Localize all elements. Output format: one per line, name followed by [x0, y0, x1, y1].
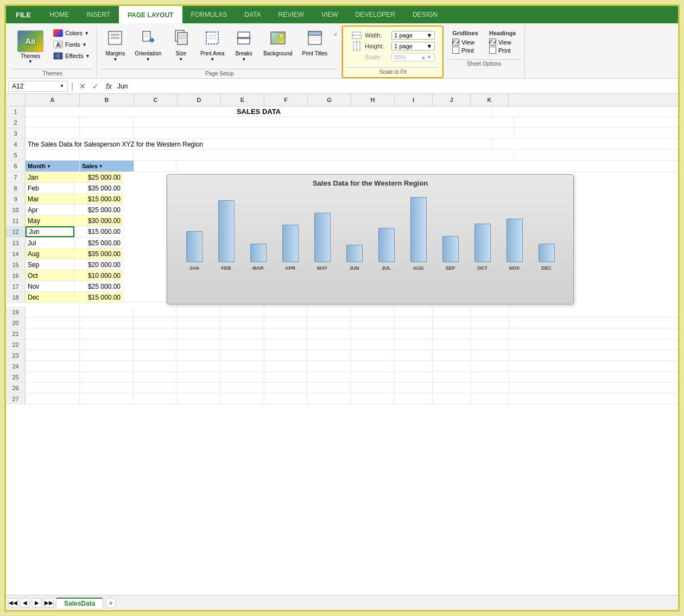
- nav-next-sheet[interactable]: ▶: [32, 598, 42, 608]
- tab-review[interactable]: REVIEW: [270, 6, 313, 23]
- cell-i27[interactable]: [395, 393, 433, 404]
- cell-c20[interactable]: [134, 317, 178, 328]
- cell-b26[interactable]: [80, 383, 134, 393]
- cell-e19[interactable]: [221, 307, 264, 317]
- cell-h23[interactable]: [351, 350, 395, 360]
- row-num-23[interactable]: 23: [6, 350, 26, 360]
- col-header-h[interactable]: H: [351, 94, 395, 106]
- fonts-button[interactable]: A Fonts ▼: [50, 39, 92, 50]
- cell-e27[interactable]: [221, 393, 264, 404]
- col-header-d[interactable]: D: [178, 94, 221, 106]
- cell-g21[interactable]: [308, 328, 351, 339]
- cell-b14[interactable]: $35 000.00: [74, 249, 123, 259]
- cell-b25[interactable]: [80, 372, 134, 382]
- chart[interactable]: Sales Data for the Western Region JANFEB…: [167, 174, 574, 304]
- row-num-3[interactable]: 3: [6, 128, 26, 138]
- cell-h26[interactable]: [351, 383, 395, 393]
- cell-k25[interactable]: [471, 372, 509, 382]
- tab-insert[interactable]: INSERT: [78, 6, 119, 23]
- cell-d25[interactable]: [178, 372, 221, 382]
- cell-e25[interactable]: [221, 372, 264, 382]
- cell-g26[interactable]: [308, 383, 351, 393]
- row-num-19[interactable]: 19: [6, 307, 26, 317]
- row-num-11[interactable]: 11: [6, 215, 26, 226]
- row-num-22[interactable]: 22: [6, 339, 26, 350]
- effects-button[interactable]: Effects ▼: [50, 50, 92, 61]
- row-num-8[interactable]: 8: [6, 183, 26, 193]
- col-header-g[interactable]: G: [308, 94, 351, 106]
- sales-filter-arrow[interactable]: ▼: [99, 164, 103, 169]
- cell-h22[interactable]: [351, 339, 395, 350]
- cell-a15[interactable]: Sep: [26, 259, 74, 270]
- cell-b13[interactable]: $25 000.00: [74, 238, 123, 248]
- cell-f24[interactable]: [264, 361, 308, 371]
- cell-b3[interactable]: [80, 128, 134, 138]
- cell-e24[interactable]: [221, 361, 264, 371]
- row-num-5[interactable]: 5: [6, 150, 26, 160]
- print-titles-button[interactable]: Print Titles: [299, 28, 332, 59]
- cell-b5[interactable]: [80, 150, 134, 160]
- row-num-13[interactable]: 13: [6, 238, 26, 248]
- background-button[interactable]: Background: [259, 28, 296, 59]
- cell-a6[interactable]: Month ▼: [26, 161, 80, 172]
- cell-j27[interactable]: [433, 393, 471, 404]
- month-filter-arrow[interactable]: ▼: [47, 164, 51, 169]
- cell-c21[interactable]: [134, 328, 178, 339]
- cell-g22[interactable]: [308, 339, 351, 350]
- cell-j19[interactable]: [433, 307, 471, 317]
- row-num-26[interactable]: 26: [6, 383, 26, 393]
- cell-d20[interactable]: [178, 317, 221, 328]
- cell-f26[interactable]: [264, 383, 308, 393]
- cell-a8[interactable]: Feb: [26, 183, 74, 193]
- cell-a22[interactable]: [26, 339, 80, 350]
- cell-a18[interactable]: Dec: [26, 292, 74, 302]
- cell-j26[interactable]: [433, 383, 471, 393]
- cell-b9[interactable]: $15 000.00: [74, 194, 123, 204]
- height-select[interactable]: 1 page ▼: [391, 42, 435, 50]
- print-area-button[interactable]: Print Area ▼: [197, 28, 228, 63]
- cell-a11[interactable]: May: [26, 215, 74, 226]
- cell-a20[interactable]: [26, 317, 80, 328]
- margins-button[interactable]: Margins ▼: [102, 28, 129, 63]
- tab-file[interactable]: FILE: [6, 6, 41, 23]
- colors-button[interactable]: Colors ▼: [50, 28, 92, 39]
- cell-a23[interactable]: [26, 350, 80, 360]
- tab-formulas[interactable]: FORMULAS: [182, 6, 236, 23]
- row-num-9[interactable]: 9: [6, 194, 26, 204]
- cell-d27[interactable]: [178, 393, 221, 404]
- cell-j22[interactable]: [433, 339, 471, 350]
- tab-data[interactable]: DATA: [236, 6, 269, 23]
- gridlines-print-checkbox[interactable]: [452, 47, 459, 54]
- col-header-f[interactable]: F: [264, 94, 308, 106]
- cell-b15[interactable]: $20 000.00: [74, 259, 123, 270]
- row-num-6[interactable]: 6: [6, 161, 26, 172]
- breaks-button[interactable]: Breaks ▼: [230, 28, 257, 63]
- cell-a4[interactable]: The Sales Data for Salesperson XYZ for t…: [26, 139, 492, 149]
- cell-g23[interactable]: [308, 350, 351, 360]
- cell-a21[interactable]: [26, 328, 80, 339]
- cell-d22[interactable]: [178, 339, 221, 350]
- cell-b21[interactable]: [80, 328, 134, 339]
- cell-i19[interactable]: [395, 307, 433, 317]
- cell-e22[interactable]: [221, 339, 264, 350]
- cell-k24[interactable]: [471, 361, 509, 371]
- cell-b23[interactable]: [80, 350, 134, 360]
- cell-k26[interactable]: [471, 383, 509, 393]
- orientation-button[interactable]: Orientation ▼: [131, 28, 165, 63]
- cell-rest-5[interactable]: [134, 150, 514, 160]
- cell-e23[interactable]: [221, 350, 264, 360]
- cell-b24[interactable]: [80, 361, 134, 371]
- col-header-e[interactable]: E: [221, 94, 264, 106]
- confirm-formula-btn[interactable]: ✓: [90, 80, 102, 92]
- cell-g25[interactable]: [308, 372, 351, 382]
- cell-i25[interactable]: [395, 372, 433, 382]
- cell-k19[interactable]: [471, 307, 509, 317]
- cell-c6[interactable]: [134, 161, 178, 172]
- cell-a24[interactable]: [26, 361, 80, 371]
- row-num-1[interactable]: 1: [6, 106, 26, 117]
- col-header-k[interactable]: K: [471, 94, 509, 106]
- row-num-21[interactable]: 21: [6, 328, 26, 339]
- row-num-24[interactable]: 24: [6, 361, 26, 371]
- cell-c26[interactable]: [134, 383, 178, 393]
- cell-a27[interactable]: [26, 393, 80, 404]
